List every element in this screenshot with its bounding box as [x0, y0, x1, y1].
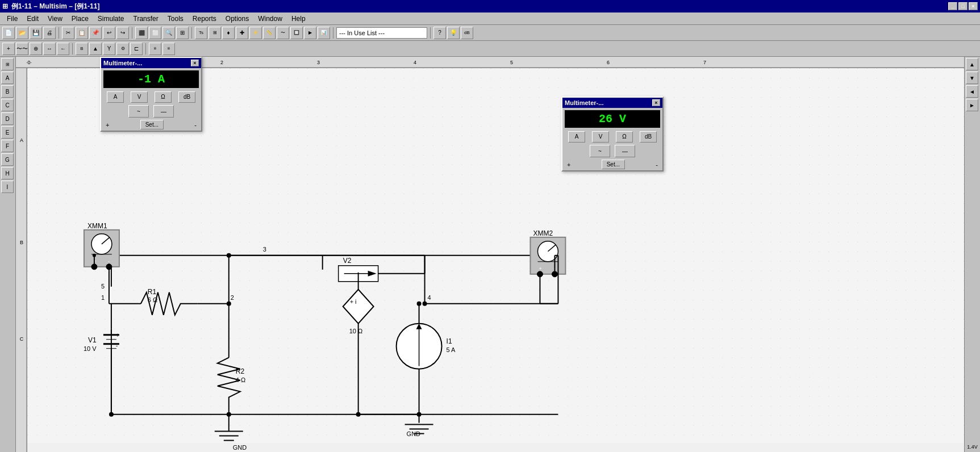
symbol-button[interactable]: ⚡ — [249, 27, 262, 39]
cursor-button[interactable]: ✚ — [236, 27, 248, 39]
menu-simulate[interactable]: Simulate — [93, 14, 129, 24]
new-button[interactable]: 📄 — [2, 27, 15, 39]
svg-point-54 — [417, 302, 422, 306]
close-button[interactable]: × — [969, 2, 978, 10]
mm2-titlebar[interactable]: Multimeter-... × — [562, 98, 662, 108]
zoom-in-button[interactable]: ⬛ — [135, 27, 148, 39]
db-button[interactable]: dB — [461, 27, 473, 39]
svg-text:B: B — [20, 240, 23, 245]
mm2-minus-label: - — [656, 161, 658, 168]
ruler-left: A B C — [16, 68, 27, 452]
menu-reports[interactable]: Reports — [188, 14, 221, 24]
menu-place[interactable]: Place — [67, 14, 93, 24]
tb2-triangle[interactable]: ▲ — [89, 43, 102, 55]
paste-button[interactable]: 📌 — [89, 27, 102, 39]
svg-text:4 Ω: 4 Ω — [236, 376, 245, 383]
grid-button[interactable]: ⊞ — [208, 27, 221, 39]
rt-scroll-down[interactable]: ▼ — [966, 72, 978, 84]
mm2-set-button[interactable]: Set... — [602, 160, 625, 169]
sep6 — [72, 43, 73, 55]
lt-btn7[interactable]: F — [1, 140, 14, 152]
mm2-ohm-button[interactable]: Ω — [616, 131, 633, 143]
wave-button[interactable]: 〜 — [277, 27, 289, 39]
mm1-mode-buttons: ~ — — [101, 104, 201, 119]
mm1-volt-button[interactable]: V — [131, 91, 148, 103]
svg-text:+: + — [539, 266, 541, 271]
info-button[interactable]: 💡 — [447, 27, 460, 39]
copy-button[interactable]: 📋 — [76, 27, 88, 39]
tb2-step[interactable]: ⊏ — [130, 43, 143, 55]
maximize-button[interactable]: □ — [958, 2, 968, 10]
menu-tools[interactable]: Tools — [163, 14, 188, 24]
menu-help[interactable]: Help — [287, 14, 310, 24]
menu-transfer[interactable]: Transfer — [129, 14, 163, 24]
mm1-ac-button[interactable]: ~ — [128, 105, 149, 118]
run-button[interactable]: ▶ — [304, 27, 316, 39]
tb-extra1[interactable]: 📊 — [318, 27, 330, 39]
redo-button[interactable]: ↪ — [116, 27, 129, 39]
rt-scroll-left[interactable]: ◄ — [966, 85, 978, 98]
measure-button[interactable]: 📏 — [263, 27, 276, 39]
annotation-button[interactable]: ♦ — [222, 27, 235, 39]
mm2-dc-button[interactable]: — — [615, 145, 635, 157]
mm1-titlebar[interactable]: Multimeter-... × — [101, 58, 201, 68]
menu-options[interactable]: Options — [221, 14, 253, 24]
tb2-wave[interactable]: 〜〜 — [16, 43, 28, 55]
lt-btn2[interactable]: A — [1, 72, 14, 84]
tb2-arrows[interactable]: ↔ — [43, 43, 56, 55]
app-icon: ⊞ — [2, 2, 8, 10]
lt-btn10[interactable]: I — [1, 181, 14, 193]
menu-file[interactable]: File — [2, 14, 22, 24]
cut-button[interactable]: ✂ — [62, 27, 74, 39]
mm2-close-button[interactable]: × — [652, 99, 660, 106]
scope-button[interactable]: 🔲 — [290, 27, 303, 39]
zoom-fit-button[interactable]: ⊞ — [176, 27, 189, 39]
tb2-plus[interactable]: + — [2, 43, 15, 55]
canvas-area[interactable]: ·0· 1 2 3 4 5 6 7 A B C — [16, 57, 964, 452]
svg-text:5 A: 5 A — [447, 346, 456, 353]
tb2-y[interactable]: Y — [103, 43, 115, 55]
help-button[interactable]: ? — [433, 27, 446, 39]
rt-scroll-right[interactable]: ► — [966, 99, 978, 111]
lt-btn4[interactable]: C — [1, 99, 14, 111]
mm1-ohm-button[interactable]: Ω — [155, 91, 172, 103]
menu-edit[interactable]: Edit — [22, 14, 43, 24]
open-button[interactable]: 📂 — [16, 27, 28, 39]
in-use-list-dropdown[interactable]: --- In Use List --- — [336, 27, 427, 39]
tb2-b1[interactable]: B — [76, 43, 88, 55]
toolbar2: + 〜〜 ⊕ ↔ ← B ▲ Y ⚙ ⊏ ≡ ≡ — [0, 41, 980, 57]
print-button[interactable]: 🖨 — [43, 27, 56, 39]
rt-scroll-up[interactable]: ▲ — [966, 58, 978, 70]
mm1-buttons: A V Ω dB — [101, 90, 201, 104]
component-button[interactable]: Ts — [195, 27, 207, 39]
mm2-ampere-button[interactable]: A — [568, 131, 585, 143]
minimize-button[interactable]: _ — [948, 2, 957, 10]
mm1-ampere-button[interactable]: A — [107, 91, 124, 103]
lt-btn1[interactable]: ⊞ — [1, 58, 14, 70]
tb2-align1[interactable]: ≡ — [149, 43, 161, 55]
lt-btn5[interactable]: D — [1, 112, 14, 125]
mm1-dc-button[interactable]: — — [153, 105, 174, 118]
tb2-config[interactable]: ⚙ — [116, 43, 129, 55]
sep1 — [59, 27, 59, 39]
mm1-db-button[interactable]: dB — [178, 91, 195, 103]
mm1-close-button[interactable]: × — [191, 60, 199, 66]
lt-btn3[interactable]: B — [1, 85, 14, 98]
lt-btn9[interactable]: H — [1, 167, 14, 179]
zoom-out-button[interactable]: ⬜ — [149, 27, 161, 39]
lt-btn8[interactable]: G — [1, 153, 14, 166]
tb2-left[interactable]: ← — [57, 43, 69, 55]
lt-btn6[interactable]: E — [1, 126, 14, 139]
zoom-area-button[interactable]: 🔍 — [162, 27, 175, 39]
menu-view[interactable]: View — [43, 14, 67, 24]
mm2-ac-button[interactable]: ~ — [590, 145, 610, 157]
mm1-set-button[interactable]: Set... — [140, 120, 164, 129]
svg-text:V1: V1 — [88, 336, 97, 344]
mm2-volt-button[interactable]: V — [592, 131, 609, 143]
tb2-align2[interactable]: ≡ — [162, 43, 175, 55]
save-button[interactable]: 💾 — [30, 27, 42, 39]
undo-button[interactable]: ↩ — [103, 27, 115, 39]
mm2-db-button[interactable]: dB — [640, 131, 657, 143]
menu-window[interactable]: Window — [253, 14, 287, 24]
tb2-cross[interactable]: ⊕ — [30, 43, 42, 55]
